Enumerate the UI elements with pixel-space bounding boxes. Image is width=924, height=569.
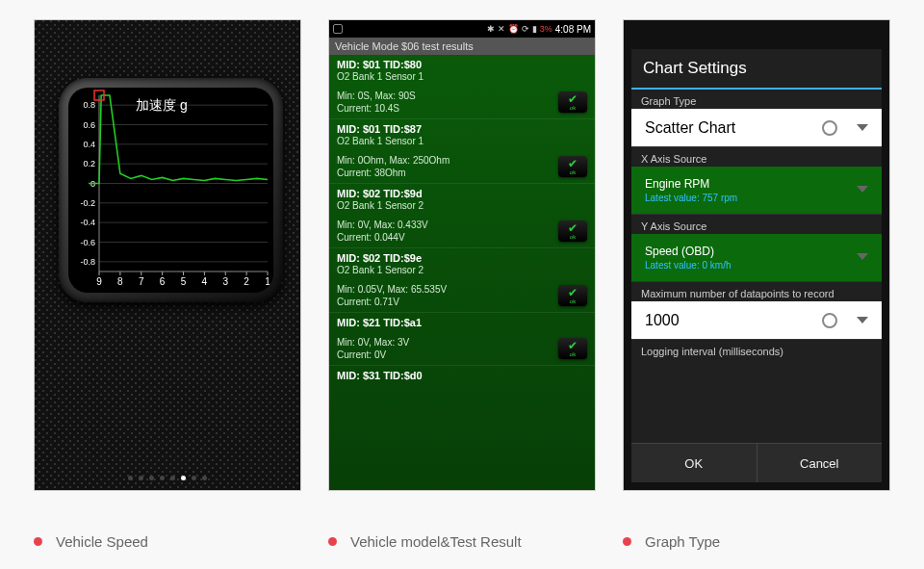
bluetooth-icon: ✱ [487,24,495,34]
interval-label: Logging interval (milliseconds) [631,340,882,359]
chart-settings-dialog: Chart Settings Graph Type Scatter Chart … [631,49,882,482]
max-points-value: 1000 [645,312,680,329]
result-sub: O2 Bank 1 Sensor 2 [337,200,587,211]
pager-dot[interactable] [139,476,143,480]
caption-text: Vehicle Speed [56,533,148,550]
result-stats-row[interactable]: Min: 0V, Max: 3VCurrent: 0V✔ok [329,332,595,366]
result-header[interactable]: MID: $21 TID:$a1 [329,313,595,332]
check-icon: ✔ [568,340,578,351]
result-stats: Min: 0.05V, Max: 65.535VCurrent: 0.71V [337,283,447,308]
caption-text: Vehicle model&Test Result [350,533,522,550]
ok-label: ok [570,169,576,175]
check-icon: ✔ [568,158,578,169]
result-header[interactable]: MID: $02 TID:$9dO2 Bank 1 Sensor 2 [329,184,595,215]
caption-2: Vehicle model&Test Result [328,533,596,550]
results-header: Vehicle Mode $06 test results [329,38,595,55]
pager-dot[interactable] [170,476,175,480]
svg-text:0.4: 0.4 [83,140,95,149]
signal-icon: ▮ [532,24,537,34]
svg-text:9: 9 [96,276,102,287]
ok-badge: ✔ok [558,338,587,359]
check-icon: ✔ [568,287,578,298]
svg-text:2: 2 [244,276,249,287]
x-axis-select[interactable]: Engine RPM Latest value: 757 rpm [631,167,882,215]
pager-dot[interactable] [160,476,165,480]
pager-dot[interactable] [128,476,133,480]
result-sub: O2 Bank 1 Sensor 1 [337,136,587,146]
check-icon: ✔ [568,222,578,234]
result-stats: Min: 0Ohm, Max: 250OhmCurrent: 38Ohm [337,154,449,179]
x-axis-label: X Axis Source [631,147,882,167]
result-stats-row[interactable]: Min: 0V, Max: 0.433VCurrent: 0.044V✔ok [329,215,595,248]
bullet-icon [328,537,337,546]
pager-dot[interactable] [192,476,196,480]
result-stats-row[interactable]: Min: 0S, Max: 90SCurrent: 10.4S✔ok [329,86,595,119]
graph-type-value: Scatter Chart [645,119,735,137]
svg-text:-0.6: -0.6 [80,238,95,247]
y-axis-select[interactable]: Speed (OBD) Latest value: 0 km/h [631,234,882,282]
result-mid: MID: $21 TID:$a1 [337,317,587,328]
check-icon: ✔ [568,93,578,105]
radio-icon [822,120,837,136]
ok-badge: ✔ok [558,91,587,113]
ok-badge: ✔ok [558,285,587,306]
x-axis-latest: Latest value: 757 rpm [645,193,737,203]
svg-text:-0.8: -0.8 [80,257,95,267]
svg-text:1: 1 [265,276,270,287]
caption-text: Graph Type [645,533,720,550]
result-stats-row[interactable]: Min: 0.05V, Max: 65.535VCurrent: 0.71V✔o… [329,279,595,313]
svg-text:6: 6 [160,276,166,287]
bullet-icon [623,537,631,546]
chevron-down-icon [857,317,868,323]
ok-badge: ✔ok [558,220,587,242]
result-mid: MID: $02 TID:$9d [337,188,587,199]
chevron-down-icon [857,124,868,131]
svg-text:4: 4 [202,276,208,287]
graph-type-label: Graph Type [631,90,882,109]
result-header[interactable]: MID: $02 TID:$9eO2 Bank 1 Sensor 2 [329,248,595,279]
radio-icon [822,313,837,328]
svg-text:-0.4: -0.4 [80,218,95,227]
ok-label: ok [570,351,576,357]
max-points-select[interactable]: 1000 [631,301,882,340]
result-stats: Min: 0V, Max: 0.433VCurrent: 0.044V [337,219,428,244]
result-sub: O2 Bank 1 Sensor 1 [337,71,587,82]
caption-3: Graph Type [623,533,890,550]
result-header[interactable]: MID: $01 TID:$80O2 Bank 1 Sensor 1 [329,55,595,86]
graph-type-select[interactable]: Scatter Chart [631,109,882,147]
status-bar: ✱ ✕ ⏰ ⟳ ▮ 3% 4:08 PM [329,20,595,38]
result-sub: O2 Bank 1 Sensor 2 [337,265,587,275]
result-header[interactable]: MID: $31 TID:$d0 [329,366,595,385]
max-points-label: Maximum number of datapoints to record [631,282,882,301]
gauge-frame: 加速度 g 0.80.60.40.20-0.2-0.4-0.6-0.898765… [59,78,283,302]
dialog-title: Chart Settings [643,59,870,78]
caption-1: Vehicle Speed [34,533,301,550]
gauge-chart[interactable]: 加速度 g 0.80.60.40.20-0.2-0.4-0.6-0.898765… [68,88,273,293]
x-axis-value: Engine RPM [645,177,709,191]
dialog-titlebar: Chart Settings [631,49,882,90]
ok-label: ok [570,298,576,304]
pager[interactable] [35,476,300,480]
ok-label: ok [570,234,576,240]
result-mid: MID: $31 TID:$d0 [337,370,587,381]
chevron-down-icon [857,253,868,260]
phone-chart-settings: ✱ ✕ ⏰ ⟳ ▮ 3% 4:09 PM Chart Settings Grap… [623,19,890,491]
y-axis-latest: Latest value: 0 km/h [645,260,732,271]
alarm-icon: ⏰ [508,24,519,34]
results-list[interactable]: MID: $01 TID:$80O2 Bank 1 Sensor 1Min: 0… [329,55,595,490]
result-stats-row[interactable]: Min: 0Ohm, Max: 250OhmCurrent: 38Ohm✔ok [329,150,595,184]
svg-text:0.6: 0.6 [83,120,95,130]
result-stats: Min: 0S, Max: 90SCurrent: 10.4S [337,90,416,115]
pager-dot[interactable] [149,476,154,480]
pager-dot[interactable] [202,476,207,480]
ok-badge: ✔ok [558,156,587,177]
mute-icon: ✕ [498,24,505,34]
ok-button[interactable]: OK [631,444,757,482]
svg-text:0.2: 0.2 [83,159,95,168]
result-header[interactable]: MID: $01 TID:$87O2 Bank 1 Sensor 1 [329,119,595,150]
obd-icon [333,24,343,34]
svg-text:0.8: 0.8 [83,100,95,110]
pager-dot-active[interactable] [181,476,186,480]
svg-text:7: 7 [139,276,144,287]
cancel-button[interactable]: Cancel [757,444,883,482]
